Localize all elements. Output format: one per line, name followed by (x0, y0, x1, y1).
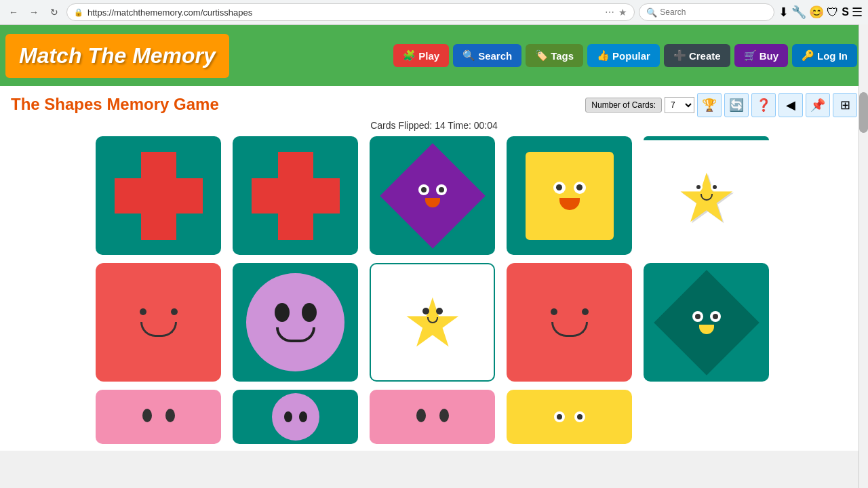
game-stats: Cards Flipped: 14 Time: 00:04 (11, 120, 857, 131)
cross-shape-1 (115, 152, 203, 240)
card-heart-1[interactable] (96, 390, 221, 444)
thumbsup-icon: 👍 (597, 49, 610, 62)
browser-toolbar-icons: ⬇ 🔧 😊 🛡 S ☰ (778, 5, 863, 20)
forward-button[interactable]: → (26, 4, 42, 20)
tags-button[interactable]: 🏷️ Tags (526, 44, 583, 67)
logo-box: Match The Memory (5, 34, 229, 78)
search-button[interactable]: 🔍 Search (453, 44, 521, 67)
card-star-white[interactable]: ★ (644, 136, 769, 255)
cards-label: Number of Cards: (585, 98, 662, 113)
cards-selector: Number of Cards: 781012 (585, 97, 694, 113)
buy-button[interactable]: 🛒 Buy (734, 44, 788, 67)
help-button[interactable]: ❓ (751, 93, 776, 117)
heart-eyes-1 (142, 409, 175, 422)
site-header: Match The Memory 🧩 Play 🔍 Search 🏷️ Tags… (0, 25, 868, 86)
cart-icon: 🛒 (744, 49, 757, 62)
browser-search-bar[interactable]: 🔍 (639, 3, 774, 21)
card-cross-2[interactable] (233, 136, 358, 255)
s-icon: S (842, 6, 849, 18)
star-icon[interactable]: ★ (618, 7, 627, 18)
download-icon[interactable]: ⬇ (778, 5, 789, 20)
back-button[interactable]: ← (5, 4, 22, 20)
play-button[interactable]: 🧩 Play (393, 44, 449, 67)
shield-icon: 🛡 (827, 5, 839, 20)
game-controls: Number of Cards: 781012 🏆 🔄 ❓ ◀ 📌 ⊞ (585, 93, 857, 117)
game-title: The Shapes Memory Game (11, 95, 219, 114)
login-button[interactable]: 🔑 Log In (792, 44, 857, 67)
login-icon: 🔑 (802, 49, 814, 62)
circle-purple-shape (246, 273, 344, 371)
yellow-eyes-partial (554, 411, 585, 422)
tags-icon: 🏷️ (535, 49, 548, 62)
pink-square-face (140, 308, 178, 337)
nav-buttons: 🧩 Play 🔍 Search 🏷️ Tags 👍 Popular ➕ Crea… (393, 44, 857, 67)
diamond-shape-2 (654, 270, 760, 375)
card-pink-square[interactable] (96, 263, 221, 382)
card-square-yellow-1[interactable] (507, 136, 632, 255)
plus-icon: ➕ (673, 49, 686, 62)
play-icon: 🧩 (403, 49, 416, 62)
browser-chrome: ← → ↻ 🔒 https://matchthememory.com/curti… (0, 0, 868, 25)
empty-slot (644, 390, 769, 444)
browser-search-input[interactable] (660, 7, 767, 17)
url-text: https://matchthememory.com/curtisshapes (87, 7, 601, 18)
card-grid-row2: ★ (11, 263, 857, 382)
cards-count-select[interactable]: 781012 (665, 97, 694, 113)
reset-button[interactable]: 🔄 (724, 93, 749, 117)
emoji-icon: 😊 (809, 5, 824, 20)
search-icon: 🔍 (462, 49, 475, 62)
scrollbar-thumb[interactable] (859, 92, 868, 133)
address-bar[interactable]: 🔒 https://matchthememory.com/curtisshape… (66, 3, 635, 21)
circle-small (272, 393, 319, 441)
popular-button[interactable]: 👍 Popular (587, 44, 660, 67)
card-grid-row3 (11, 390, 857, 444)
card-yellow-partial[interactable] (507, 390, 632, 444)
pink-square-face-2 (551, 308, 589, 337)
square-yellow-shape (526, 152, 614, 240)
create-button[interactable]: ➕ Create (664, 44, 730, 67)
card-heart-2[interactable] (370, 390, 495, 444)
search-icon: 🔍 (646, 7, 657, 18)
card-diamond-1[interactable] (370, 136, 495, 255)
trophy-button[interactable]: 🏆 (697, 93, 722, 117)
back-card-button[interactable]: ◀ (778, 93, 803, 117)
menu-icon[interactable]: ☰ (852, 5, 863, 20)
lock-icon: 🔒 (74, 8, 83, 17)
card-grid: ★ (11, 136, 857, 255)
bookmark-icon[interactable]: ⋯ (605, 7, 614, 18)
game-area: The Shapes Memory Game Number of Cards: … (0, 86, 868, 451)
cross-shape-2 (252, 152, 340, 240)
card-diamond-2[interactable] (644, 263, 769, 382)
refresh-button[interactable]: ↻ (46, 4, 62, 20)
scrollbar[interactable] (859, 24, 868, 488)
card-circle-purple[interactable] (233, 263, 358, 382)
card-star-open[interactable]: ★ (370, 263, 495, 382)
site-logo[interactable]: Match The Memory (19, 43, 216, 68)
card-cross-1[interactable] (96, 136, 221, 255)
diamond-shape-1 (380, 143, 486, 249)
heart-eyes-2 (416, 409, 449, 422)
pin-button[interactable]: 📌 (806, 93, 830, 117)
card-pink-square-2[interactable] (507, 263, 632, 382)
grid-button[interactable]: ⊞ (833, 93, 857, 117)
card-circle-purple-2[interactable] (233, 390, 358, 444)
extension-icon[interactable]: 🔧 (791, 5, 806, 20)
